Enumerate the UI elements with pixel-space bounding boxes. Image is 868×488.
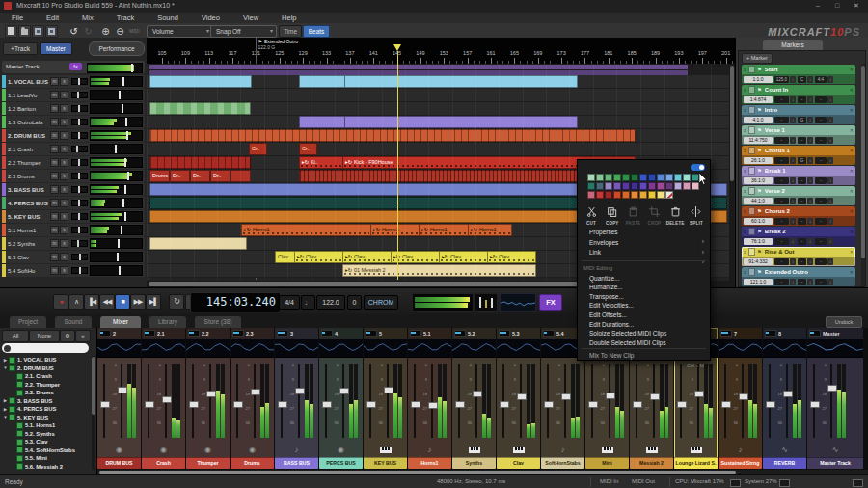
marker-key[interactable]: - [798, 238, 806, 245]
marker-key[interactable]: - [798, 198, 806, 204]
palette-toggle[interactable] [691, 164, 705, 171]
spinner-icon[interactable]: ↕ [790, 258, 796, 265]
pan-slider[interactable] [71, 254, 88, 260]
color-swatch[interactable] [605, 191, 612, 199]
volume-meter[interactable] [90, 252, 143, 262]
context-item-double-selected-midi-clips[interactable]: Double Selected MIDI Clips [578, 339, 710, 348]
pan-handle[interactable] [78, 186, 80, 193]
close-icon[interactable]: ✕ [850, 87, 854, 93]
audio-clip[interactable] [149, 156, 251, 169]
spinner-icon[interactable]: ↕ [807, 218, 813, 225]
maximize-button[interactable]: □ [829, 1, 845, 11]
audio-clip[interactable]: ▸↻ Clav [342, 251, 392, 263]
pan-handle[interactable] [78, 200, 80, 206]
track-active-checkbox[interactable] [16, 373, 23, 380]
pan-slider[interactable] [71, 159, 88, 166]
volume-fader-track[interactable] [298, 364, 300, 438]
mute-button[interactable]: m [50, 158, 59, 167]
marker-position[interactable]: 1:1:0 [744, 76, 773, 83]
tap-tempo-icon[interactable]: ♩ [301, 295, 315, 310]
marker-color-chip[interactable] [748, 187, 755, 195]
context-item-soloize-selected-midi-clips[interactable]: Soloize Selected MIDI Clips [578, 329, 710, 339]
marker-signature[interactable]: - [815, 177, 827, 184]
zoom-out-icon[interactable]: ⊖ [114, 25, 126, 38]
marker-key[interactable]: G [798, 157, 806, 164]
marker-tempo[interactable]: - [774, 157, 789, 164]
marker-card[interactable]: ≡⚑Start✕1:1:0125.0↕C↕4:4↕ [742, 65, 855, 84]
volume-fader-track[interactable] [121, 364, 122, 438]
volume-fader-track[interactable] [431, 364, 433, 438]
tab-library[interactable]: Library [149, 316, 186, 328]
tab-mixer[interactable]: Mixer [100, 316, 141, 328]
tree-item[interactable]: ▶3. BASS BUS [2, 397, 91, 406]
pan-handle[interactable] [78, 213, 80, 220]
mute-button[interactable]: m [50, 91, 59, 99]
add-marker-button[interactable]: + Marker [742, 53, 773, 64]
strip-fader-section[interactable]: 09182736 [630, 358, 673, 444]
drag-handle-icon[interactable]: ≡ [744, 67, 746, 72]
marker-signature[interactable]: - [815, 238, 827, 245]
volume-fader-handle[interactable] [118, 387, 127, 393]
pan-slider[interactable] [71, 240, 88, 247]
strip-fader-section[interactable]: 09182736 [364, 358, 407, 444]
tree-item[interactable]: ▼2. DRUM BUS [2, 365, 91, 373]
track-active-checkbox[interactable] [9, 414, 15, 420]
marker-key[interactable]: - [798, 258, 806, 265]
volume-meter[interactable] [90, 117, 143, 127]
color-swatch[interactable] [674, 182, 682, 190]
mute-button[interactable]: m [50, 253, 59, 261]
split-action[interactable]: SPLIT [687, 203, 706, 226]
close-icon[interactable]: ✕ [850, 208, 854, 214]
volume-fader-handle[interactable] [517, 393, 527, 400]
delete-action[interactable]: DELETE [665, 203, 685, 226]
volume-fader-track[interactable] [830, 364, 832, 438]
strip-fader-section[interactable]: 09182736 [674, 358, 718, 444]
context-item-edit-offsets-[interactable]: Edit Offsets... [578, 311, 710, 320]
new-project-icon[interactable] [5, 25, 17, 38]
volume-meter[interactable] [90, 211, 143, 222]
marker-card[interactable]: ≡⚑Chorus 1✕26:1:0-↕G↕-↕ [742, 146, 855, 165]
spinner-icon[interactable]: ↕ [827, 157, 833, 164]
close-icon[interactable]: ✕ [850, 67, 854, 72]
volume-fader-track[interactable] [653, 364, 655, 438]
strip-fader-section[interactable]: 09182736 [408, 358, 451, 444]
mute-button[interactable]: m [50, 77, 59, 86]
marker-tempo[interactable]: - [774, 117, 789, 123]
strip-fader-section[interactable]: 09182736 [541, 358, 584, 444]
strip-fader-section[interactable]: 09182736 [319, 358, 363, 444]
marker-color-chip[interactable] [748, 126, 755, 134]
channel-strip[interactable]: 809182736∿REVERB [763, 328, 806, 469]
stop-button[interactable]: ■ [115, 294, 130, 310]
volume-handle[interactable] [124, 185, 126, 194]
drag-handle-icon[interactable]: ≡ [744, 87, 746, 93]
solo-button[interactable]: s [60, 131, 68, 140]
marker-color-chip[interactable] [748, 268, 755, 276]
minimize-button[interactable]: – [810, 1, 826, 11]
solo-button[interactable]: s [60, 239, 68, 248]
pan-slider[interactable] [71, 173, 88, 179]
channel-strip[interactable]: 409182736◉PERCS BUS [319, 328, 363, 469]
marker-tempo[interactable]: - [774, 177, 789, 184]
strip-fader-section[interactable]: 09182736 [231, 358, 274, 444]
solo-button[interactable]: s [60, 104, 68, 113]
solo-button[interactable]: s [60, 253, 68, 261]
context-item-link[interactable]: Link› [578, 248, 710, 258]
solo-button[interactable]: s [60, 226, 68, 234]
master-track-lane[interactable] [147, 64, 735, 75]
audio-clip[interactable]: ▸↻ Horns1 [468, 224, 512, 236]
track-row[interactable]: 5.4 SoftHoms [2, 264, 145, 277]
volume-meter[interactable] [90, 144, 143, 154]
track-row[interactable]: 5. KEY BUSms [2, 210, 145, 223]
marker-position[interactable]: 76:1:0 [744, 238, 773, 245]
spinner-icon[interactable]: ↕ [807, 198, 813, 204]
drag-handle-icon[interactable]: ≡ [744, 168, 746, 174]
strip-fader-section[interactable]: 09182736 [275, 358, 318, 444]
audio-clip[interactable]: ▸↻ Horns1 [370, 224, 420, 236]
menu-edit[interactable]: Edit [35, 13, 70, 23]
volume-meter[interactable] [90, 238, 143, 249]
audio-clip[interactable]: Cr.. [249, 143, 267, 155]
close-icon[interactable]: ✕ [850, 229, 854, 234]
strip-fader-section[interactable]: 09182736 [452, 358, 496, 444]
audio-clip[interactable] [149, 237, 247, 250]
strip-name-label[interactable]: Synths [452, 457, 496, 469]
